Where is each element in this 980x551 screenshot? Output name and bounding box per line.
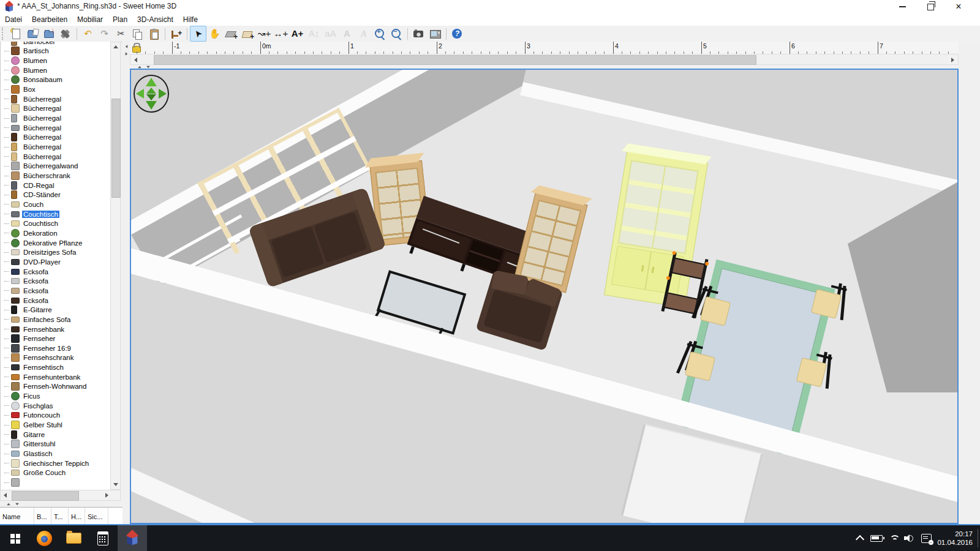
catalog-item-blumen[interactable]: Blumen — [1, 66, 111, 75]
catalog-item-futoncouch[interactable]: Futoncouch — [1, 411, 111, 421]
catalog-item-fernsehtisch[interactable]: Fernsehtisch — [1, 362, 111, 372]
save-button[interactable] — [41, 26, 58, 42]
pan-right-icon[interactable] — [159, 89, 167, 99]
collapse-down-icon[interactable] — [15, 503, 19, 505]
catalog-vertical-scrollbar[interactable] — [110, 42, 121, 490]
toolbar-grip[interactable] — [2, 28, 6, 40]
catalog-item-cd-regal[interactable]: CD-Regal — [1, 181, 111, 190]
tilt-up-icon[interactable] — [146, 88, 156, 94]
battery-icon[interactable] — [869, 525, 884, 551]
text-size-up-button[interactable]: A↕ — [306, 26, 322, 42]
sidebar-horizontal-splitter[interactable] — [0, 501, 129, 507]
catalog-item-box[interactable]: Box — [1, 84, 111, 94]
preferences-button[interactable] — [58, 26, 74, 42]
catalog-item-bücherschrank[interactable]: Bücherschrank — [1, 171, 111, 181]
scroll-left-icon[interactable] — [131, 55, 140, 64]
catalog-item-barhocker[interactable]: Barhocker — [1, 42, 111, 47]
minimize-button[interactable] — [888, 0, 916, 13]
catalog-item-dekoration[interactable]: Dekoration — [1, 228, 111, 238]
cut-button[interactable]: ✂ — [113, 26, 129, 42]
catalog-item-glastisch[interactable]: Glastisch — [1, 449, 111, 459]
catalog-item-couchtisch[interactable]: Couchtisch — [1, 209, 111, 219]
create-walls-button[interactable] — [223, 26, 239, 42]
taskbar-clock[interactable]: 20:17 01.04.2016 — [933, 525, 975, 551]
open-button[interactable] — [24, 26, 41, 42]
text-size-down-button[interactable]: aA — [322, 26, 339, 42]
start-button[interactable] — [0, 525, 29, 551]
catalog-horizontal-scrollbar[interactable] — [0, 490, 121, 501]
catalog-item-bücherregal[interactable]: Bücherregal — [1, 94, 111, 104]
plan-horizontal-scrollbar[interactable] — [130, 54, 959, 65]
collapse-up-icon[interactable] — [138, 66, 141, 68]
collapse-left-icon[interactable] — [125, 45, 127, 48]
menu-mobiliar[interactable]: Mobiliar — [72, 13, 108, 26]
paste-button[interactable] — [146, 26, 162, 42]
catalog-item-dvd-player[interactable]: DVD-Player — [1, 257, 111, 267]
close-button[interactable]: × — [944, 0, 973, 13]
select-button[interactable]: ➤ — [190, 26, 206, 42]
catalog-item-einfaches-sofa[interactable]: Einfaches Sofa — [1, 315, 111, 324]
collapse-down-icon[interactable] — [146, 66, 150, 68]
catalog-item-ecksofa[interactable]: Ecksofa — [1, 276, 111, 286]
catalog-item-fernseher[interactable]: Fernseher — [1, 334, 111, 343]
create-rooms-button[interactable] — [239, 26, 256, 42]
column-header-name[interactable]: Name — [0, 508, 34, 525]
catalog-item-cd-ständer[interactable]: CD-Ständer — [1, 190, 111, 200]
create-photo-button[interactable] — [410, 26, 427, 42]
pan-left-icon[interactable] — [136, 89, 144, 99]
create-dimensions-button[interactable]: ↔+ — [273, 26, 289, 42]
column-header-b[interactable]: B... — [34, 508, 51, 525]
tilt-down-icon[interactable] — [146, 94, 156, 100]
catalog-item-bücherregal[interactable]: Bücherregal — [1, 113, 111, 123]
scroll-down-icon[interactable] — [111, 480, 120, 489]
catalog-item-blumen[interactable]: Blumen — [1, 56, 111, 66]
catalog-item-fernsehbank[interactable]: Fernsehbank — [1, 324, 111, 334]
column-header-t[interactable]: T... — [51, 508, 69, 525]
taskbar-firefox[interactable] — [29, 525, 59, 551]
catalog-item-bücherregal[interactable]: Bücherregal — [1, 123, 111, 133]
catalog-item-bonsaibaum[interactable]: Bonsaibaum — [1, 75, 111, 85]
scroll-right-icon[interactable] — [948, 55, 957, 64]
catalog-item-fernsehunterbank[interactable]: Fernsehunterbank — [1, 372, 111, 382]
catalog-item-bücherregal[interactable]: Bücherregal — [1, 133, 111, 143]
catalog-item-bücherregal[interactable]: Bücherregal — [1, 104, 111, 114]
catalog-item-fischglas[interactable]: Fischglas — [1, 401, 111, 411]
volume-icon[interactable] — [902, 525, 916, 551]
catalog-item-bartisch[interactable]: Bartisch — [1, 47, 111, 56]
pan-down-icon[interactable] — [146, 101, 157, 110]
catalog-item-gelber-stuhl[interactable]: Gelber Stuhl — [1, 420, 111, 430]
menu-hilfe[interactable]: Hilfe — [178, 13, 203, 26]
help-button[interactable] — [449, 26, 466, 42]
taskbar-calculator[interactable] — [88, 525, 118, 551]
catalog-item-ficus[interactable]: Ficus — [1, 391, 111, 401]
catalog-item-dreisitziges-sofa[interactable]: Dreisitziges Sofa — [1, 247, 111, 257]
collapse-right-icon[interactable] — [125, 52, 127, 56]
catalog-item-couch[interactable]: Couch — [1, 200, 111, 209]
new-document-button[interactable] — [8, 26, 24, 42]
create-video-button[interactable] — [427, 26, 443, 42]
catalog-item-gitterstuhl[interactable]: Gitterstuhl — [1, 440, 111, 449]
menu-3d-ansicht[interactable]: 3D-Ansicht — [132, 13, 178, 26]
catalog-item[interactable] — [1, 478, 111, 487]
copy-button[interactable] — [129, 26, 146, 42]
catalog-scrollbar-thumb[interactable] — [111, 99, 121, 198]
3d-view[interactable] — [130, 69, 959, 524]
taskbar-sweet-home-3d[interactable] — [118, 525, 147, 551]
zoom-in-button[interactable] — [372, 26, 388, 42]
catalog-item-gitarre[interactable]: Gitarre — [1, 430, 111, 440]
plan-scrollbar-thumb[interactable] — [154, 55, 756, 65]
add-furniture-button[interactable] — [168, 26, 184, 42]
action-center-icon[interactable] — [919, 525, 933, 551]
catalog-item-e-gitarre[interactable]: E-Gitarre — [1, 305, 111, 315]
catalog-item-große-couch[interactable]: Große Couch — [1, 468, 111, 478]
pan-button[interactable]: ✋ — [206, 26, 223, 42]
add-text-button[interactable]: A+ — [289, 26, 306, 42]
zoom-out-button[interactable] — [388, 26, 405, 42]
catalog-item-bücherregal[interactable]: Bücherregal — [1, 152, 111, 162]
menu-bearbeiten[interactable]: Bearbeiten — [27, 13, 72, 26]
catalog-item-bücherregalwand[interactable]: Bücherregalwand — [1, 162, 111, 171]
taskbar-file-explorer[interactable] — [59, 525, 88, 551]
create-polyline-button[interactable]: ↝+ — [256, 26, 273, 42]
catalog-item-fernseh-wohnwand[interactable]: Fernseh-Wohnwand — [1, 382, 111, 392]
catalog-hscrollbar-thumb[interactable] — [12, 491, 79, 501]
